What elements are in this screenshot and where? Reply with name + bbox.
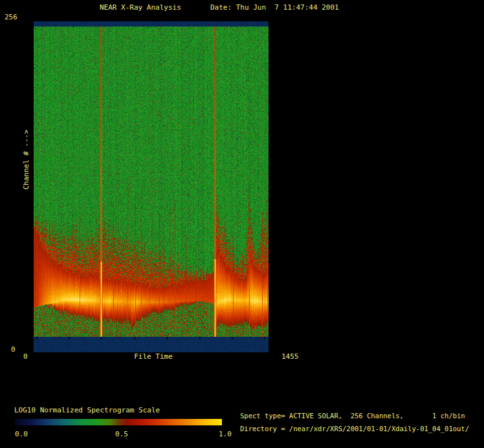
colorbar-gradient bbox=[15, 419, 222, 425]
spectrogram-canvas bbox=[34, 21, 269, 352]
spect-type-line: Spect type= ACTIVE SOLAR, 256 Channels, … bbox=[240, 412, 465, 420]
y-axis-title: Channel # ---> bbox=[23, 130, 30, 190]
colorbar-tick-mid: 0.5 bbox=[115, 431, 128, 438]
x-axis-title: File Time bbox=[134, 353, 173, 360]
header-date: Date: Thu Jun 7 11:47:44 2001 bbox=[210, 4, 339, 11]
colorbar-tick-min: 0.0 bbox=[15, 431, 28, 438]
page-title: NEAR X-Ray Analysis bbox=[100, 4, 181, 11]
near-xray-analysis-window: NEAR X-Ray Analysis Date: Thu Jun 7 11:4… bbox=[0, 0, 484, 448]
y-axis-min-label: 0 bbox=[11, 346, 16, 353]
y-axis-max-label: 256 bbox=[5, 14, 17, 21]
x-axis-max-label: 1455 bbox=[281, 353, 299, 360]
colorbar-tick-max: 1.0 bbox=[219, 431, 232, 438]
x-axis-min-label: 0 bbox=[23, 353, 28, 360]
directory-line: Directory = /near/xdr/XRS/2001/01-01/Xda… bbox=[240, 425, 469, 432]
colorbar-title: LOG10 Normalized Spectrogram Scale bbox=[14, 407, 160, 414]
